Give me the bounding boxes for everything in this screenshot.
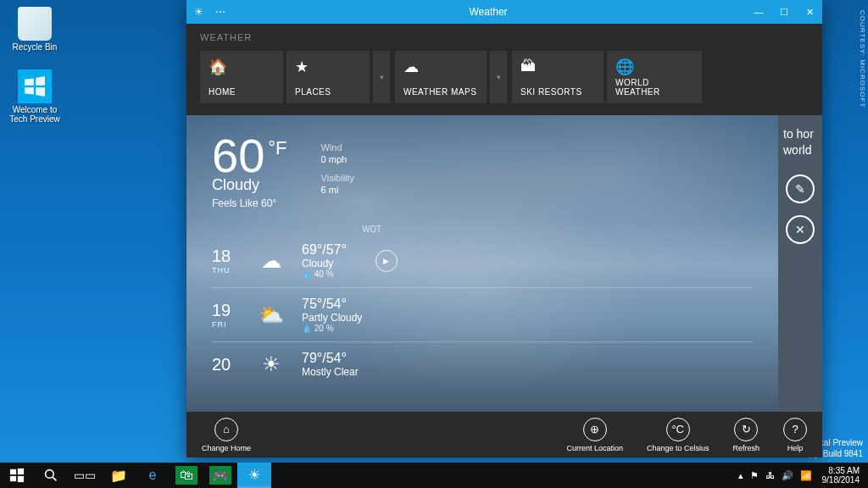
play-button[interactable]: ▶ [376,250,398,272]
nav-section: WEATHER 🏠 HOME ★ PLACES ▾ ☁ WEATHER MAPS… [186,24,822,115]
svg-point-4 [46,470,54,479]
side-panel: to hor world ✎ ✕ [778,115,822,412]
celsius-icon: °C [666,418,690,441]
maximize-button[interactable]: ☐ [771,7,797,18]
svg-rect-2 [10,476,16,481]
app-icon: ☀ [186,6,210,18]
target-icon: ⊕ [583,418,607,441]
forecast-cond: Partly Cloudy [302,312,362,324]
windows-icon [18,69,52,103]
partly-cloudy-icon: ⛅ [253,303,290,327]
change-home-button[interactable]: ⌂ Change Home [202,418,251,452]
tray-volume-icon[interactable]: 🔊 [782,470,793,481]
current-temp: 60°F [212,132,287,180]
recycle-bin-icon [18,7,52,41]
task-view-button[interactable]: ▭▭ [68,463,102,488]
tray-network-icon[interactable]: 🖧 [765,470,775,480]
svg-rect-0 [10,469,16,474]
taskbar-explorer[interactable]: 📁 [102,463,136,488]
tray-chevron-icon[interactable]: ▴ [738,470,743,481]
taskbar-store[interactable]: 🛍 [175,466,198,485]
home-icon: 🏠 [209,58,275,76]
taskbar-weather[interactable]: ☀ [237,463,271,488]
search-button[interactable] [34,463,68,488]
svg-line-5 [53,477,56,480]
current-condition: Cloudy [212,176,287,194]
forecast-row[interactable]: 19FRI ⛅ 75°/54° Partly Cloudy 💧 20 % [212,287,753,341]
close-button[interactable]: ✕ [797,7,822,18]
wind-value: 0 mph [321,154,355,164]
forecast-precip: 💧 20 % [302,324,362,333]
tray-flag-icon[interactable]: ⚑ [750,470,759,481]
start-button[interactable] [0,463,34,488]
weather-content: 60°F Cloudy Feels Like 60° Wind 0 mph Vi… [186,115,778,412]
taskbar: ▭▭ 📁 e 🛍 🎮 ☀ ▴ ⚑ 🖧 🔊 📶 8:35 AM 9/18/2014 [0,463,868,488]
help-icon: ? [783,418,807,441]
desktop-icon-tech-preview[interactable]: Welcome to Tech Preview [5,69,64,124]
nav-label: WEATHER [200,32,809,42]
taskbar-xbox[interactable]: 🎮 [209,466,231,485]
mountain-icon: 🏔 [520,58,595,75]
forecast-precip: 💧 40 % [302,269,347,279]
nav-ski-resorts[interactable]: 🏔 SKI RESORTS [512,51,604,103]
forecast-row[interactable]: 20 ☀ 79°/54° Mostly Clear [212,341,753,386]
change-celsius-button[interactable]: °C Change to Celsius [647,418,709,452]
minimize-button[interactable]: — [746,7,771,18]
nav-home[interactable]: 🏠 HOME [200,51,283,103]
forecast-temps: 75°/54° [302,297,362,312]
titlebar[interactable]: ☀ ⋯ Weather — ☐ ✕ [186,0,822,24]
desktop-icon-label: Recycle Bin [5,42,64,52]
places-dropdown[interactable]: ▾ [373,51,390,103]
feels-like: Feels Like 60° [212,197,287,209]
tray-signal-icon[interactable]: 📶 [800,470,812,481]
forecast-row[interactable]: 18THU ☁ 69°/57° Cloudy 💧 40 % ▶ [212,234,753,287]
svg-rect-1 [18,469,24,474]
nav-world-weather[interactable]: 🌐 WORLD WEATHER [607,51,702,103]
home-pin-icon: ⌂ [214,418,238,441]
courtesy-label: COURTESY: MICROSOFT [859,10,866,108]
clouds-icon: ☁ [403,58,478,76]
window-title: Weather [231,6,746,18]
titlebar-more[interactable]: ⋯ [210,6,231,18]
current-location-button[interactable]: ⊕ Current Location [566,418,623,452]
forecast-temps: 79°/54° [302,351,359,366]
maps-dropdown[interactable]: ▾ [490,51,507,103]
forecast-temps: 69°/57° [302,242,347,258]
edit-button[interactable]: ✎ [786,175,815,203]
column-header: WDT [212,225,381,234]
visibility-label: Visibility [321,173,355,183]
star-icon: ★ [295,58,361,76]
close-panel-button[interactable]: ✕ [786,215,815,244]
svg-rect-3 [18,476,24,482]
app-bar: ⌂ Change Home ⊕ Current Location °C Chan… [186,412,822,458]
help-button[interactable]: ? Help [783,418,807,452]
desktop-icon-label: Welcome to Tech Preview [5,105,64,124]
forecast-cond: Cloudy [302,258,347,269]
cloud-icon: ☁ [253,249,290,273]
globe-icon: 🌐 [615,58,693,76]
refresh-icon: ↻ [734,418,758,441]
forecast-cond: Mostly Clear [302,366,359,378]
desktop-icon-recycle-bin[interactable]: Recycle Bin [5,7,64,52]
taskbar-clock[interactable]: 8:35 AM 9/18/2014 [819,466,864,485]
wind-label: Wind [321,142,355,152]
sun-icon: ☀ [253,352,290,376]
nav-weather-maps[interactable]: ☁ WEATHER MAPS [395,51,487,103]
refresh-button[interactable]: ↻ Refresh [732,418,760,452]
weather-window: ☀ ⋯ Weather — ☐ ✕ WEATHER 🏠 HOME ★ PLACE… [186,0,822,458]
taskbar-ie[interactable]: e [136,463,170,488]
visibility-value: 6 mi [321,185,355,195]
nav-places[interactable]: ★ PLACES [287,51,370,103]
